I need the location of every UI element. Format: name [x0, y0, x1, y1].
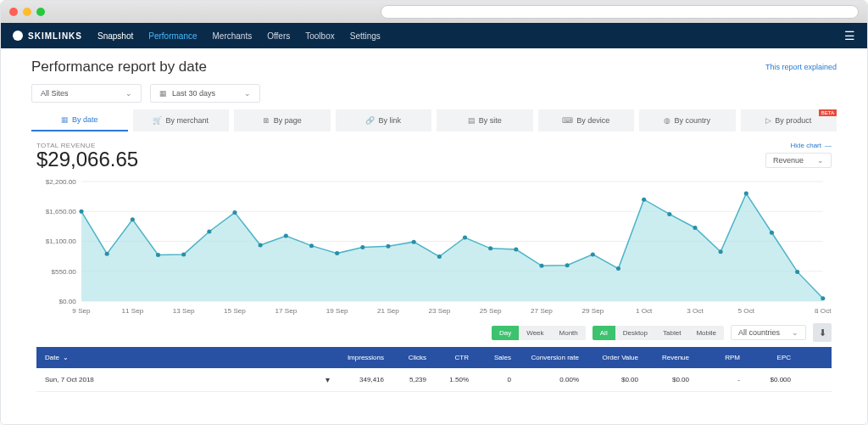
device-icon: ⌨ [562, 116, 573, 125]
svg-text:19 Sep: 19 Sep [326, 307, 348, 315]
th-rpm[interactable]: RPM [689, 354, 740, 361]
date-range-value: Last 30 days [172, 89, 215, 98]
th-ctr[interactable]: CTR [426, 354, 469, 361]
page-title: Performance report by date [31, 59, 207, 75]
svg-text:3 Oct: 3 Oct [687, 307, 704, 315]
tab-label: By date [72, 115, 98, 124]
brand-text: SKIMLINKS [28, 31, 82, 41]
svg-text:9 Sep: 9 Sep [72, 307, 91, 315]
th-clicks[interactable]: Clicks [384, 354, 426, 361]
granularity-toggle: DayWeekMonth [492, 326, 586, 340]
svg-point-36 [744, 192, 748, 196]
tab-by-country[interactable]: ◍By country [639, 109, 736, 131]
svg-point-15 [207, 229, 211, 233]
chevron-down-icon: ⌄ [817, 156, 824, 165]
th-impressions[interactable]: Impressions [333, 354, 384, 361]
nav-snapshot[interactable]: Snapshot [97, 31, 133, 41]
device-all[interactable]: All [593, 326, 615, 340]
country-selector[interactable]: All countries ⌄ [731, 325, 806, 340]
tab-by-date[interactable]: ▦By date [31, 109, 128, 131]
filter-icon[interactable]: ▾ [326, 375, 330, 384]
tab-by-device[interactable]: ⌨By device [538, 109, 635, 131]
svg-text:13 Sep: 13 Sep [173, 307, 195, 315]
site-icon: ▤ [468, 116, 476, 125]
svg-text:5 Oct: 5 Oct [738, 307, 755, 315]
granularity-month[interactable]: Month [552, 326, 586, 340]
date-range-selector[interactable]: ▦ Last 30 days ⌄ [150, 84, 260, 103]
menu-icon[interactable]: ☰ [844, 29, 855, 42]
granularity-week[interactable]: Week [519, 326, 551, 340]
chevron-down-icon: ⌄ [244, 89, 251, 98]
chevron-down-icon: ⌄ [792, 328, 798, 337]
nav-toolbox[interactable]: Toolbox [305, 31, 334, 41]
th-date[interactable]: Date ⌄ [45, 354, 333, 361]
nav-performance[interactable]: Performance [148, 31, 197, 41]
device-mobile[interactable]: Mobile [688, 326, 724, 340]
th-sales[interactable]: Sales [469, 354, 511, 361]
row-ctr: 1.50% [426, 376, 469, 383]
link-icon: 🔗 [365, 116, 375, 125]
minimize-window-button[interactable] [23, 8, 31, 16]
beta-badge: BETA [819, 109, 837, 116]
svg-text:$2,200.00: $2,200.00 [46, 178, 77, 186]
metric-selector[interactable]: Revenue ⌄ [765, 153, 832, 168]
tab-by-page[interactable]: 🗎By page [234, 109, 331, 131]
calendar-icon: ▦ [159, 89, 167, 98]
granularity-day[interactable]: Day [492, 326, 519, 340]
table-header-row: Date ⌄ Impressions Clicks CTR Sales Conv… [36, 347, 832, 368]
table-row[interactable]: Sun, 7 Oct 2018 ▾ 349,416 5,239 1.50% 0 … [36, 368, 832, 392]
report-explained-link[interactable]: This report explained [765, 63, 837, 71]
svg-point-28 [539, 264, 543, 268]
tab-by-site[interactable]: ▤By site [437, 109, 533, 131]
tab-label: By link [378, 116, 401, 125]
nav-merchants[interactable]: Merchants [213, 31, 253, 41]
chevron-down-icon: ⌄ [125, 89, 132, 98]
svg-text:15 Sep: 15 Sep [224, 307, 246, 315]
svg-point-21 [360, 245, 364, 249]
svg-point-19 [309, 243, 314, 248]
sort-chevron-icon: ⌄ [63, 354, 69, 361]
th-order-value[interactable]: Order Value [579, 354, 638, 361]
row-rpm: - [689, 376, 740, 383]
tab-label: By product [775, 116, 811, 125]
svg-text:$1,100.00: $1,100.00 [46, 238, 77, 246]
download-button[interactable]: ⬇ [813, 323, 832, 342]
svg-text:11 Sep: 11 Sep [121, 307, 143, 315]
row-date: Sun, 7 Oct 2018 [45, 376, 94, 383]
th-revenue[interactable]: Revenue [638, 354, 689, 361]
url-bar[interactable] [381, 5, 859, 19]
svg-point-38 [795, 270, 799, 274]
svg-text:$0.00: $0.00 [59, 298, 77, 305]
svg-text:17 Sep: 17 Sep [275, 307, 297, 315]
tab-by-link[interactable]: 🔗By link [336, 109, 432, 131]
total-revenue-value: $29,066.65 [36, 148, 138, 171]
th-epc[interactable]: EPC [740, 354, 791, 361]
svg-point-10 [79, 210, 83, 214]
svg-point-25 [463, 236, 467, 240]
nav-offers[interactable]: Offers [267, 31, 290, 41]
download-icon: ⬇ [819, 327, 826, 338]
svg-point-17 [259, 243, 263, 247]
nav-settings[interactable]: Settings [350, 31, 381, 41]
svg-text:21 Sep: 21 Sep [377, 307, 399, 315]
site-selector[interactable]: All Sites ⌄ [31, 84, 142, 103]
hide-chart-label: Hide chart [791, 142, 821, 149]
svg-point-39 [821, 296, 825, 300]
maximize-window-button[interactable] [36, 8, 45, 16]
hide-chart-toggle[interactable]: Hide chart — [791, 142, 832, 149]
svg-point-33 [667, 212, 671, 216]
logo-icon [13, 31, 23, 41]
brand-logo[interactable]: SKIMLINKS [13, 31, 82, 41]
page-icon: 🗎 [263, 116, 270, 125]
svg-point-18 [284, 234, 288, 238]
svg-point-20 [335, 251, 339, 255]
tab-by-merchant[interactable]: 🛒By merchant [133, 109, 230, 131]
close-window-button[interactable] [9, 8, 18, 16]
svg-point-30 [591, 252, 595, 256]
device-desktop[interactable]: Desktop [615, 326, 655, 340]
tab-label: By country [674, 116, 710, 125]
svg-text:1 Oct: 1 Oct [636, 307, 653, 315]
th-conversion[interactable]: Conversion rate [511, 354, 579, 361]
tab-by-product[interactable]: ▷By productBETA [741, 109, 837, 131]
device-tablet[interactable]: Tablet [655, 326, 688, 340]
